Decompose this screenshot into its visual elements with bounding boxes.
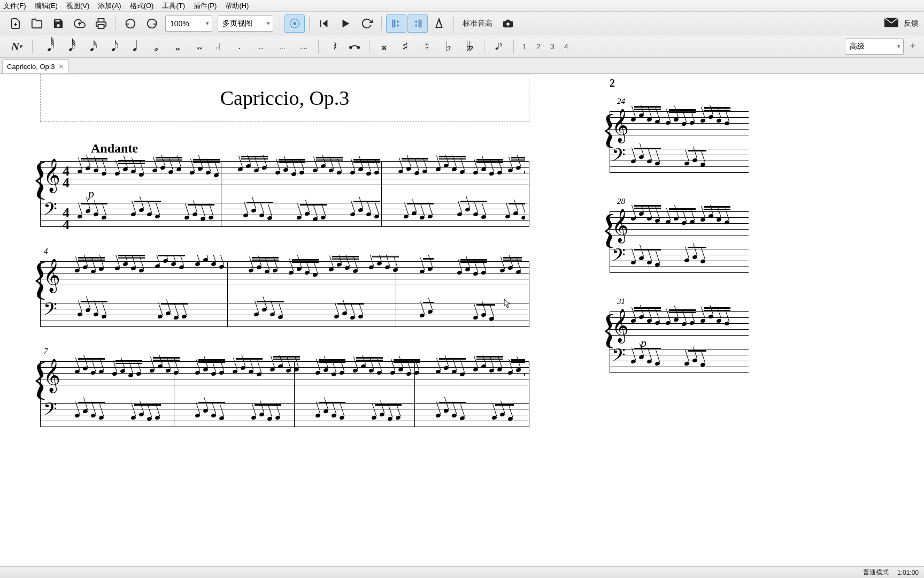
dot-4-button[interactable]: .... [294,37,314,56]
dot-1-button[interactable]: . [229,37,250,56]
zoom-combo[interactable]: 100% [165,16,212,32]
svg-marker-7 [343,19,350,27]
svg-point-12 [415,20,417,22]
duration-breve-button[interactable]: 𝅜 [187,37,207,56]
save-button[interactable] [48,14,68,33]
bass-staff[interactable]: 𝄢 [40,303,529,326]
rewind-button[interactable] [314,14,334,33]
tab-close-icon[interactable]: ✕ [58,63,64,71]
loop-in-button[interactable] [386,14,406,33]
tab-capriccio[interactable]: Capriccio, Op.3 ✕ [2,59,69,73]
duration-whole-button[interactable]: 𝅝 [165,37,186,56]
cloud-upload-button[interactable] [70,14,90,33]
treble-staff[interactable]: 𝄞 [610,211,749,235]
score-workspace[interactable]: Capriccio, Op.3 Andante 𝄔 𝄞 4 4 [0,74,924,566]
bass-staff[interactable]: 𝄢 4 4 [40,203,529,226]
loop-out-button[interactable] [407,14,428,33]
print-button[interactable] [91,14,111,33]
menu-tools[interactable]: 工具(T) [162,1,185,11]
document-tabs: Capriccio, Op.3 ✕ [0,58,924,74]
menubar: 文件(F) 编辑(E) 视图(V) 添加(A) 格式(O) 工具(T) 插件(P… [0,0,924,12]
duration-quarter-button[interactable]: 𝅘𝅥 [122,37,143,56]
double-flat-button[interactable]: 𝄫 [459,37,480,56]
menu-view[interactable]: 视图(V) [66,1,89,11]
treble-staff[interactable]: 𝄞 [610,311,749,335]
sharp-button[interactable]: ♯ [395,37,415,56]
bass-staff[interactable]: 𝄢 [610,149,749,172]
treble-staff[interactable]: 𝄞 [40,361,529,385]
zoom-value: 100% [170,19,189,28]
redo-button[interactable] [142,14,162,33]
brace-icon: 𝄔 [603,211,610,254]
bass-staff[interactable]: 𝄢 [610,349,749,372]
bass-notes[interactable] [631,142,744,179]
screenshot-button[interactable] [498,14,518,33]
duration-64th-button[interactable]: 𝅘𝅥𝅱 [37,37,57,56]
tie-button[interactable] [344,37,365,56]
add-workspace-button[interactable]: + [907,41,919,52]
treble-staff[interactable]: 𝄞 [40,261,529,285]
bass-staff[interactable]: 𝄢 [40,403,529,427]
treble-notes[interactable] [72,255,525,291]
flat-button[interactable]: ♭ [438,37,458,56]
bass-notes[interactable] [631,343,744,379]
bass-notes[interactable] [72,397,525,433]
voice-2-button[interactable]: 2 [532,40,545,54]
double-sharp-button[interactable]: 𝄪 [374,37,394,56]
dot-2-button[interactable]: .. [251,37,271,56]
feedback-mail-icon[interactable] [884,18,898,29]
menu-plugins[interactable]: 插件(P) [194,1,217,11]
feedback-label[interactable]: 反馈 [904,19,919,28]
open-file-button[interactable] [27,14,47,33]
undo-button[interactable] [120,14,141,33]
menu-help[interactable]: 帮助(H) [225,1,249,11]
loop-button[interactable] [357,14,377,33]
treble-notes[interactable] [631,205,744,241]
new-file-button[interactable] [5,14,26,33]
bass-notes[interactable] [72,296,525,333]
dot-3-button[interactable]: ... [272,37,292,56]
system-p2-2: 𝄔 𝄞 𝄢 [610,211,749,276]
voice-4-button[interactable]: 4 [560,40,573,54]
bass-notes[interactable] [631,242,744,279]
bass-staff[interactable]: 𝄢 [610,249,749,272]
svg-point-19 [350,47,352,49]
treble-staff[interactable]: 𝄞 [610,111,749,135]
menu-edit[interactable]: 编辑(E) [35,1,58,11]
tempo-marking[interactable]: Andante [91,141,578,156]
duration-16th-button[interactable]: 𝅘𝅥𝅯 [80,37,100,56]
rest-button[interactable]: 𝄽 [323,37,343,56]
treble-notes[interactable] [72,155,525,191]
svg-point-11 [397,24,399,26]
duration-half-button[interactable]: 𝅗𝅥 [144,37,164,56]
duration-longa-button[interactable]: 𝆷 [208,37,228,56]
play-button[interactable] [335,14,356,33]
note-input-mode-button[interactable]: N▾ [5,37,28,56]
treble-notes[interactable] [72,355,525,391]
score-title[interactable]: Capriccio, Op.3 [220,86,350,110]
duration-8th-button[interactable]: 𝅘𝅥𝅮 [101,37,121,56]
voice-3-button[interactable]: 3 [546,40,559,54]
duration-32nd-button[interactable]: 𝅘𝅥𝅰 [58,37,79,56]
treble-notes[interactable] [631,305,744,341]
workspace-combo[interactable]: 高级 [845,39,904,55]
flip-stem-button[interactable] [489,37,509,56]
voice-1-button[interactable]: 1 [518,40,531,54]
bass-notes[interactable] [72,196,525,233]
score-page-1: Capriccio, Op.3 Andante 𝄔 𝄞 4 4 [0,74,578,566]
metronome-button[interactable] [429,14,449,33]
treble-notes[interactable] [631,105,744,141]
view-mode-combo[interactable]: 多页视图 [218,16,273,32]
menu-add[interactable]: 添加(A) [98,1,121,11]
color-note-button[interactable] [284,14,305,33]
menu-file[interactable]: 文件(F) [3,1,26,11]
view-mode-value: 多页视图 [222,19,252,28]
natural-button[interactable]: ♮ [417,37,437,56]
menu-format[interactable]: 格式(O) [130,1,154,11]
pitch-label[interactable]: 标准音高 [463,19,492,28]
treble-staff[interactable]: 𝄞 4 4 [40,161,529,185]
system-p2-1: 𝄔 𝄞 𝄢 [610,111,749,176]
svg-rect-2 [98,24,104,28]
title-frame[interactable]: Capriccio, Op.3 [40,74,529,122]
system-2: 𝄔 𝄞 [40,261,529,331]
